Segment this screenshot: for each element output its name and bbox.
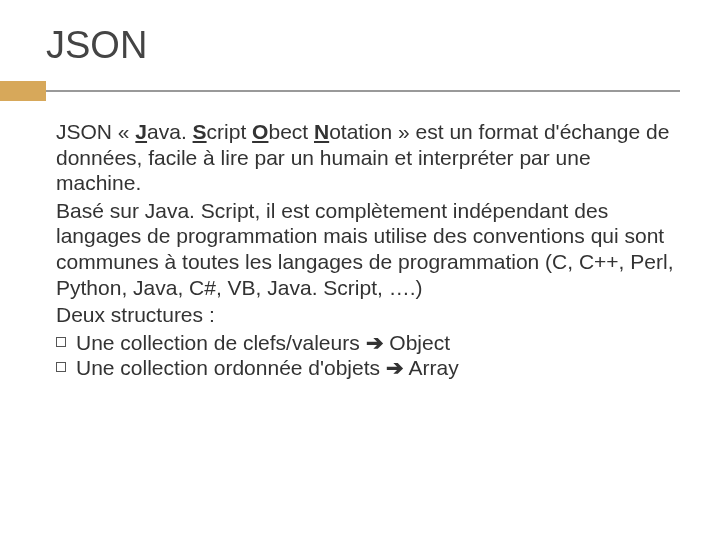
bold-underline-o: O (252, 120, 268, 143)
paragraph-3: Deux structures : (56, 302, 680, 328)
accent-box (0, 81, 46, 101)
arrow-icon: ➔ (386, 356, 404, 379)
arrow-icon: ➔ (366, 331, 384, 354)
title-rule (0, 81, 680, 101)
horizontal-rule (46, 90, 680, 92)
paragraph-2: Basé sur Java. Script, il est complèteme… (56, 198, 680, 300)
list-item-text: Une collection ordonnée d'objets ➔ Array (76, 355, 680, 381)
bold-underline-j: J (135, 120, 147, 143)
list-item: Une collection de clefs/valeurs ➔ Object (56, 330, 680, 356)
text: Array (409, 356, 459, 379)
square-bullet-icon (56, 362, 66, 372)
text: JSON « (56, 120, 135, 143)
square-bullet-icon (56, 337, 66, 347)
paragraph-1: JSON « Java. Script Obect Notation » est… (56, 119, 680, 196)
text: Une collection ordonnée d'objets (76, 356, 386, 379)
text: Object (389, 331, 450, 354)
bold-underline-n: N (314, 120, 329, 143)
text: ava. (147, 120, 193, 143)
list-item: Une collection ordonnée d'objets ➔ Array (56, 355, 680, 381)
slide: JSON JSON « Java. Script Obect Notation … (0, 0, 720, 401)
slide-body: JSON « Java. Script Obect Notation » est… (40, 119, 680, 381)
bullet-list: Une collection de clefs/valeurs ➔ Object… (56, 330, 680, 381)
text: cript (207, 120, 253, 143)
bold-underline-s: S (193, 120, 207, 143)
slide-title: JSON (40, 24, 680, 67)
text: Une collection de clefs/valeurs (76, 331, 360, 354)
list-item-text: Une collection de clefs/valeurs ➔ Object (76, 330, 680, 356)
text: bect (268, 120, 314, 143)
